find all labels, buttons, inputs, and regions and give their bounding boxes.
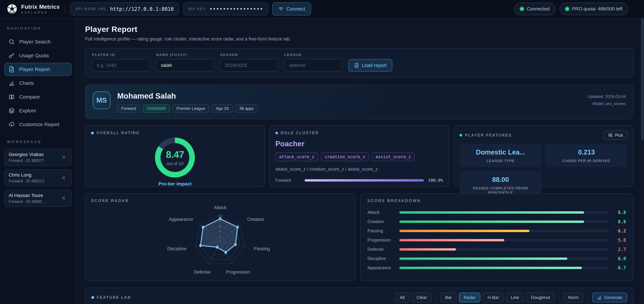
file-text-icon bbox=[354, 63, 359, 68]
sidebar-item-charts[interactable]: Charts bbox=[4, 77, 72, 90]
score-breakdown-title: SCORE BREAKDOWN bbox=[368, 199, 626, 203]
sidebar-item-label: Explore bbox=[19, 108, 36, 113]
svg-text:Passing: Passing bbox=[254, 246, 270, 251]
remove-workspace-item-button[interactable] bbox=[60, 195, 67, 202]
feature-tiles: Domestic Lea... LEAGUE TYPE 0.213 CARDS … bbox=[460, 144, 628, 199]
wifi-icon bbox=[278, 6, 284, 12]
score-value: 8.8 bbox=[609, 219, 626, 224]
league-label: LEAGUE bbox=[284, 53, 342, 57]
svg-text:Defense: Defense bbox=[194, 270, 211, 275]
remove-workspace-item-button[interactable] bbox=[60, 154, 67, 161]
workspace-item[interactable]: Georgios Vrakas Forward · ID 380577 bbox=[4, 149, 72, 166]
role-bar-fill bbox=[304, 179, 424, 182]
workspace-player-name: Georgios Vrakas bbox=[9, 152, 44, 157]
toolbar-divider bbox=[588, 293, 588, 301]
file-text-icon bbox=[8, 66, 15, 73]
connect-label: Connect bbox=[286, 6, 305, 12]
score-radar-title: SCORE RADAR bbox=[91, 199, 350, 203]
workspace-item[interactable]: Chris Long Forward · ID 498213 bbox=[4, 169, 72, 186]
sidebar-item-label: Player Report bbox=[19, 67, 50, 72]
api-key-field[interactable]: API KEY •••••••••••••••• bbox=[183, 2, 269, 16]
radar-chart-svg: 246810AttackCreationPassingProgressionDe… bbox=[91, 204, 350, 279]
lab-button-bar[interactable]: Bar bbox=[440, 292, 456, 302]
section-dot-icon bbox=[276, 132, 278, 134]
name-fuzzy-label: NAME (FUZZY) bbox=[156, 53, 214, 57]
lab-button-doughnut[interactable]: Doughnut bbox=[526, 292, 554, 302]
svg-text:Discipline: Discipline bbox=[167, 246, 186, 251]
cloud-upload-icon bbox=[8, 121, 15, 128]
sidebar: NAVIGATION Player Search Usage Quota Pla… bbox=[0, 18, 76, 304]
lab-button-clear[interactable]: Clear bbox=[412, 292, 432, 302]
lab-button-norm[interactable]: Norm bbox=[563, 292, 584, 302]
score-value: 8.7 bbox=[609, 265, 626, 270]
svg-text:2: 2 bbox=[219, 234, 221, 238]
name-fuzzy-input[interactable] bbox=[156, 59, 214, 72]
lab-button-line[interactable]: Line bbox=[506, 292, 524, 302]
lab-button-h-bar[interactable]: H-Bar bbox=[483, 292, 504, 302]
api-base-url-field[interactable]: API BASE URL http://127.0.0.1:8010 bbox=[70, 2, 179, 16]
lab-button-generate[interactable]: Generate bbox=[592, 292, 627, 302]
topbar: Futrix Metrics EXPLORER API BASE URL htt… bbox=[0, 0, 644, 18]
player-features-title: PLAYER FEATURES bbox=[465, 133, 512, 137]
stat-cards-row: OVERALL RATING 8.47 out of 10 Pro-tier i… bbox=[85, 125, 634, 187]
role-bar-track bbox=[304, 179, 424, 182]
league-input[interactable] bbox=[284, 59, 342, 72]
remove-workspace-item-button[interactable] bbox=[60, 174, 67, 182]
sidebar-item-label: Customize Report bbox=[19, 122, 59, 127]
scrollbar-track[interactable] bbox=[641, 18, 644, 304]
score-breakdown-panel: SCORE BREAKDOWN Attack8.8Creation8.8Pass… bbox=[360, 194, 634, 281]
sidebar-item-usage-quota[interactable]: Usage Quota bbox=[4, 49, 72, 62]
sliders-icon bbox=[608, 133, 613, 137]
sidebar-item-player-search[interactable]: Player Search bbox=[4, 35, 72, 48]
feature-lab-header: FEATURE LAB AllClearBarRadarH-BarLineDou… bbox=[92, 292, 627, 302]
workspace-item[interactable]: Al Hassan Toure Forward · ID 39680 bbox=[4, 190, 72, 207]
load-report-button[interactable]: Load report bbox=[348, 59, 392, 72]
pick-button-label: Pick bbox=[615, 133, 623, 138]
api-key-value[interactable]: •••••••••••••••• bbox=[209, 6, 263, 12]
page-title: Player Report bbox=[85, 25, 634, 34]
connect-button[interactable]: Connect bbox=[272, 2, 311, 16]
role-description: attack_score_z / creation_score_z / assi… bbox=[276, 167, 443, 172]
player-id-input[interactable] bbox=[92, 59, 150, 72]
season-badge: 2024/2025 bbox=[143, 104, 170, 112]
feature-value: Domestic Lea... bbox=[463, 148, 538, 156]
sidebar-item-explore[interactable]: Explore bbox=[4, 104, 72, 117]
score-bar-track bbox=[399, 221, 609, 223]
feature-tile: 0.213 CARDS PER 90 DERIVED bbox=[546, 144, 628, 167]
workspace-item-text: Al Hassan Toure Forward · ID 39680 bbox=[9, 193, 43, 204]
api-base-url-value[interactable]: http://127.0.0.1:8010 bbox=[110, 6, 174, 12]
overall-rating-header: OVERALL RATING bbox=[91, 131, 259, 135]
overall-rating-title: OVERALL RATING bbox=[96, 131, 140, 135]
sidebar-item-customize-report[interactable]: Customize Report bbox=[4, 118, 72, 131]
pick-features-button[interactable]: Pick bbox=[604, 131, 628, 140]
apps-badge: 38 apps bbox=[235, 104, 258, 112]
lab-button-radar[interactable]: Radar bbox=[459, 292, 480, 302]
season-input[interactable] bbox=[220, 59, 278, 72]
workspace-player-meta: Forward · ID 39680 bbox=[9, 199, 43, 204]
role-bar-label: Forward bbox=[276, 178, 300, 183]
lab-button-all[interactable]: All bbox=[395, 292, 410, 302]
rating-gauge: 8.47 out of 10 bbox=[155, 137, 195, 178]
score-bar-track bbox=[399, 257, 609, 260]
bar-chart-icon bbox=[597, 295, 602, 300]
brand-text: Futrix Metrics EXPLORER bbox=[21, 4, 60, 15]
updated-timestamp: Updated: 2026-03-04 bbox=[588, 93, 626, 100]
player-id-field: PLAYER ID bbox=[92, 53, 150, 72]
report-query-form: PLAYER ID NAME (FUZZY) SEASON LEAGUE Loa… bbox=[85, 48, 634, 78]
player-name: Mohamed Salah bbox=[117, 91, 258, 100]
role-tags: attack_score_z creation_score_z assist_s… bbox=[276, 152, 443, 161]
name-fuzzy-field: NAME (FUZZY) bbox=[156, 53, 214, 72]
scrollbar-thumb[interactable] bbox=[641, 18, 644, 140]
sidebar-item-compare[interactable]: Compare bbox=[4, 90, 72, 103]
season-field: SEASON bbox=[220, 53, 278, 72]
score-bar-fill bbox=[399, 248, 456, 251]
quota-badge: PRO quota: 486/500 left bbox=[560, 3, 628, 15]
sidebar-item-player-report[interactable]: Player Report bbox=[4, 63, 72, 76]
age-badge: Age 33 bbox=[212, 104, 232, 112]
score-bar-track bbox=[399, 211, 609, 214]
svg-text:Creation: Creation bbox=[247, 217, 264, 222]
svg-text:4: 4 bbox=[219, 229, 221, 233]
score-row: Progression5.0 bbox=[368, 237, 626, 243]
toolbar-divider bbox=[559, 293, 559, 301]
page-subtitle: Full intelligence profile — rating gauge… bbox=[85, 37, 634, 42]
